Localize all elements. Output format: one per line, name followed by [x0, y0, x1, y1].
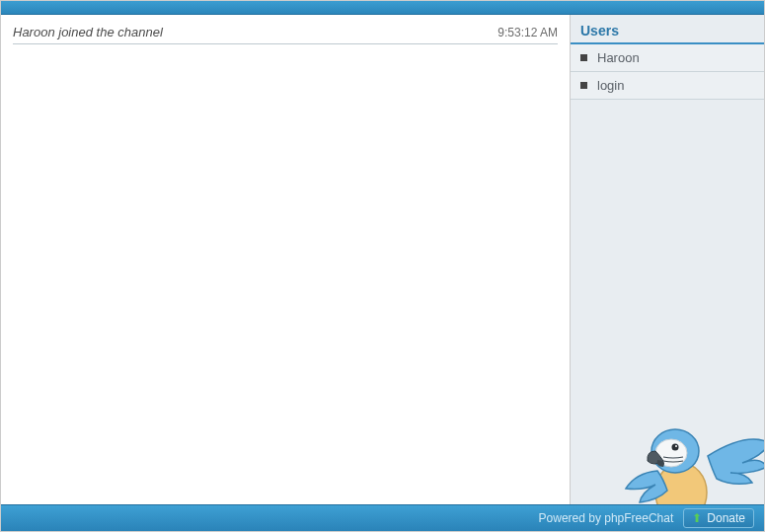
donate-button[interactable]: ⬆ Donate	[683, 508, 754, 528]
chat-app: Haroon joined the channel 9:53:12 AM Use…	[0, 0, 765, 532]
parrot-mascot-icon	[614, 402, 764, 504]
status-icon	[580, 82, 587, 89]
system-message-time: 9:53:12 AM	[497, 26, 558, 39]
top-bar	[1, 1, 764, 15]
svg-point-1	[651, 429, 699, 473]
user-row[interactable]: login	[571, 72, 764, 100]
donate-arrow-icon: ⬆	[692, 511, 702, 525]
chat-messages-pane[interactable]: Haroon joined the channel 9:53:12 AM	[1, 15, 571, 504]
user-name: Haroon	[597, 50, 640, 65]
user-row[interactable]: Haroon	[571, 44, 764, 72]
main-area: Haroon joined the channel 9:53:12 AM Use…	[1, 15, 764, 504]
status-icon	[580, 54, 587, 61]
svg-point-0	[655, 463, 707, 504]
footer-bar: Powered by phpFreeChat ⬆ Donate	[1, 504, 764, 531]
powered-by-link[interactable]: Powered by phpFreeChat	[539, 511, 674, 525]
users-header: Users	[571, 15, 764, 44]
users-pane: Users Haroon login	[571, 15, 764, 504]
svg-point-4	[675, 445, 677, 447]
donate-label: Donate	[707, 511, 745, 525]
user-name: login	[597, 78, 624, 93]
system-message: Haroon joined the channel 9:53:12 AM	[13, 23, 558, 44]
svg-point-3	[672, 444, 679, 451]
svg-point-2	[655, 439, 687, 467]
system-message-text: Haroon joined the channel	[13, 25, 163, 39]
